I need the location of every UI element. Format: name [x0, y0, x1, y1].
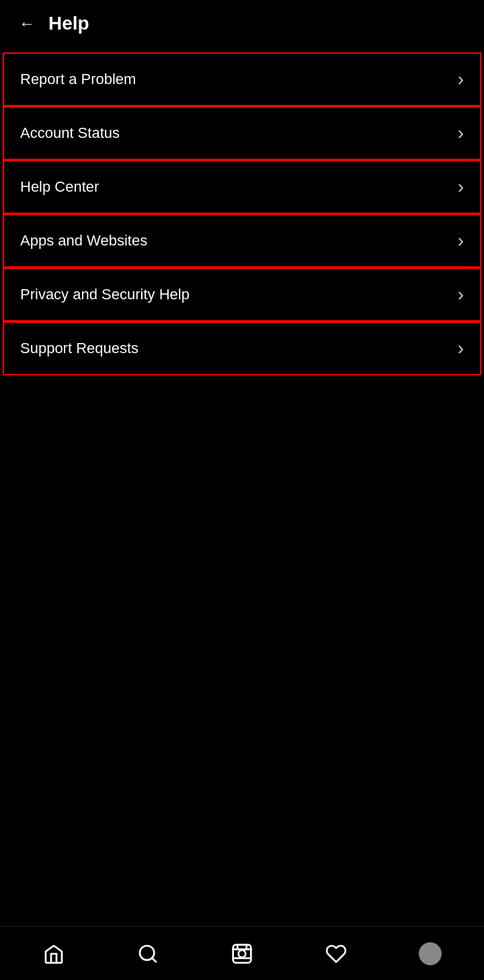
- home-icon: [43, 943, 65, 965]
- chevron-right-icon: ›: [458, 338, 464, 359]
- menu-item-privacy-security[interactable]: Privacy and Security Help›: [0, 268, 484, 322]
- menu-label-help-center: Help Center: [20, 178, 99, 196]
- menu-item-apps-websites[interactable]: Apps and Websites›: [0, 214, 484, 268]
- menu-button-account-status[interactable]: Account Status›: [3, 106, 481, 160]
- nav-profile-button[interactable]: [383, 927, 477, 980]
- nav-likes-button[interactable]: [289, 927, 383, 980]
- bottom-nav: [0, 926, 484, 980]
- back-arrow-icon: ←: [19, 15, 35, 32]
- chevron-right-icon: ›: [458, 176, 464, 198]
- menu-button-privacy-security[interactable]: Privacy and Security Help›: [3, 268, 481, 322]
- heart-icon: [325, 943, 347, 965]
- menu-label-account-status: Account Status: [20, 124, 120, 142]
- chevron-right-icon: ›: [458, 69, 464, 90]
- reels-icon: [231, 943, 253, 965]
- menu-button-apps-websites[interactable]: Apps and Websites›: [3, 214, 481, 268]
- nav-search-button[interactable]: [101, 927, 195, 980]
- menu-label-report-problem: Report a Problem: [20, 71, 136, 88]
- menu-button-support-requests[interactable]: Support Requests›: [3, 322, 481, 375]
- page-title: Help: [48, 13, 89, 34]
- back-button[interactable]: ←: [13, 10, 40, 37]
- menu-button-help-center[interactable]: Help Center›: [3, 160, 481, 214]
- chevron-right-icon: ›: [458, 122, 464, 144]
- chevron-right-icon: ›: [458, 230, 464, 252]
- chevron-right-icon: ›: [458, 284, 464, 305]
- menu-label-apps-websites: Apps and Websites: [20, 232, 147, 250]
- menu-item-report-problem[interactable]: Report a Problem›: [0, 52, 484, 106]
- menu-label-privacy-security: Privacy and Security Help: [20, 286, 190, 303]
- nav-home-button[interactable]: [7, 927, 101, 980]
- menu-label-support-requests: Support Requests: [20, 340, 138, 357]
- svg-rect-2: [233, 944, 251, 963]
- header: ← Help: [0, 0, 484, 47]
- search-icon: [137, 943, 159, 965]
- menu-item-account-status[interactable]: Account Status›: [0, 106, 484, 160]
- menu-item-support-requests[interactable]: Support Requests›: [0, 322, 484, 375]
- menu-button-report-problem[interactable]: Report a Problem›: [3, 52, 481, 106]
- nav-reels-button[interactable]: [195, 927, 289, 980]
- menu-list: Report a Problem›Account Status›Help Cen…: [0, 52, 484, 375]
- svg-point-3: [239, 950, 246, 957]
- svg-line-1: [152, 958, 156, 962]
- menu-item-help-center[interactable]: Help Center›: [0, 160, 484, 214]
- avatar: [419, 942, 442, 965]
